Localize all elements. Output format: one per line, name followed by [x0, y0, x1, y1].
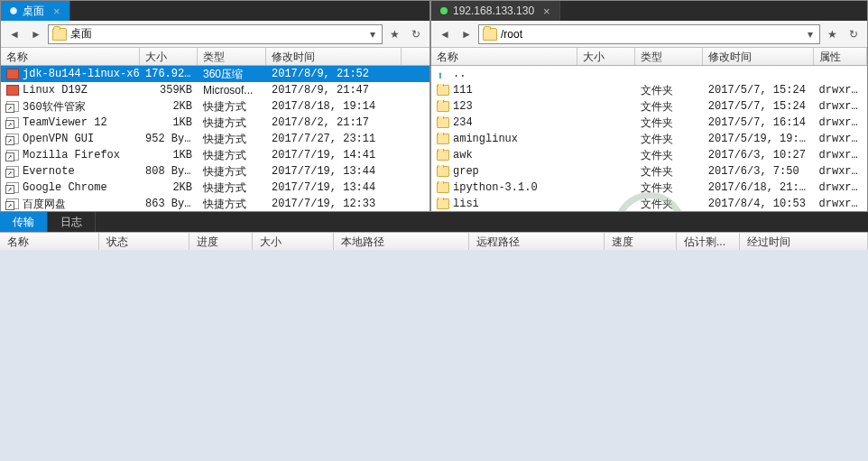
status-size[interactable]: 大小 — [253, 233, 334, 250]
local-address-bar[interactable]: ▾ — [48, 24, 383, 44]
col-name[interactable]: 名称 — [431, 48, 577, 65]
file-row[interactable]: awk文件夹2017/6/3, 10:27drwxr-xr-x — [431, 147, 867, 163]
file-row[interactable]: Linux D19Z359KBMicrosof...2017/8/9, 21:4… — [1, 82, 429, 98]
remote-file-list[interactable]: ..111文件夹2017/5/7, 15:24drwxrwxr-x123文件夹2… — [431, 66, 867, 211]
bookmark-button[interactable]: ★ — [822, 24, 842, 44]
file-row[interactable]: 360软件管家2KB快捷方式2017/8/18, 19:14 — [1, 98, 429, 115]
file-row[interactable]: grep文件夹2017/6/3, 7:50drwxr-xr-x — [431, 163, 867, 180]
file-mtime: 2017/7/27, 23:11 — [266, 133, 402, 145]
bookmark-button[interactable]: ★ — [384, 24, 404, 44]
local-path-input[interactable] — [70, 28, 367, 41]
close-icon[interactable]: × — [543, 5, 550, 18]
remote-address-bar[interactable]: ▾ — [478, 24, 820, 44]
file-name: lisi — [453, 198, 479, 210]
file-row[interactable]: Evernote808 Bytes快捷方式2017/7/19, 13:44 — [1, 163, 429, 180]
col-type[interactable]: 类型 — [635, 48, 703, 65]
tab-dot-icon — [10, 7, 17, 14]
file-row[interactable]: 百度网盘863 Bytes快捷方式2017/7/19, 12:33 — [1, 196, 429, 211]
file-attr: drwxr-xr-x — [814, 133, 867, 145]
file-mtime: 2017/7/19, 13:44 — [266, 165, 402, 178]
file-name: 123 — [453, 100, 473, 113]
col-attr[interactable]: 属性 — [814, 48, 867, 65]
back-button[interactable]: ◄ — [5, 24, 24, 44]
status-eta[interactable]: 估计剩... — [677, 233, 740, 250]
file-mtime: 2017/5/19, 19:39 — [703, 133, 814, 145]
file-mtime: 2017/5/7, 15:24 — [703, 84, 814, 97]
file-size: 1KB — [140, 116, 198, 129]
file-name: jdk-8u144-linux-x6... — [23, 68, 140, 80]
file-mtime: 2017/5/7, 16:14 — [703, 116, 814, 129]
file-name: Linux D19Z — [23, 84, 88, 97]
file-row[interactable]: 111文件夹2017/5/7, 15:24drwxrwxr-x — [431, 82, 867, 98]
col-mtime[interactable]: 修改时间 — [266, 48, 402, 65]
local-file-list[interactable]: jdk-8u144-linux-x6...176.92MB360压缩2017/8… — [1, 66, 429, 211]
file-attr: drwxr-xr-x — [814, 149, 867, 161]
file-name: aminglinux — [453, 133, 518, 145]
file-size: 359KB — [140, 84, 198, 97]
file-mtime: 2017/5/7, 15:24 — [703, 100, 814, 113]
file-row[interactable]: TeamViewer 121KB快捷方式2017/8/2, 21:17 — [1, 115, 429, 131]
folder-icon — [52, 28, 67, 41]
file-row[interactable]: .. — [431, 66, 867, 82]
file-row[interactable]: aminglinux文件夹2017/5/19, 19:39drwxr-xr-x — [431, 131, 867, 147]
col-mtime[interactable]: 修改时间 — [703, 48, 814, 65]
remote-column-header: 名称 大小 类型 修改时间 属性 — [431, 48, 867, 66]
file-row[interactable]: jdk-8u144-linux-x6...176.92MB360压缩2017/8… — [1, 66, 429, 82]
file-size: 176.92MB — [140, 68, 198, 80]
status-name[interactable]: 名称 — [0, 233, 99, 250]
file-attr: drwxr-xr-x — [814, 198, 867, 210]
local-tab-desktop[interactable]: 桌面 × — [1, 1, 70, 21]
forward-button[interactable]: ► — [26, 24, 46, 44]
file-row[interactable]: Google Chrome2KB快捷方式2017/7/19, 13:44 — [1, 180, 429, 196]
tab-transfer[interactable]: 传输 — [0, 212, 48, 232]
file-name: awk — [453, 149, 473, 161]
file-type: 快捷方式 — [198, 164, 266, 180]
close-icon[interactable]: × — [53, 5, 60, 18]
file-type: 文件夹 — [635, 164, 703, 180]
archive-icon — [6, 85, 19, 96]
col-type[interactable]: 类型 — [198, 48, 266, 65]
transfer-header: 名称 状态 进度 大小 本地路径 远程路径 速度 估计剩... 经过时间 — [0, 232, 868, 250]
file-size: 2KB — [140, 100, 198, 113]
status-speed[interactable]: 速度 — [605, 233, 677, 250]
shortcut-icon — [6, 182, 19, 193]
local-pane: 桌面 × ◄ ► ▾ ★ ↻ 名称 大小 类型 修改时间 — [0, 0, 430, 212]
refresh-button[interactable]: ↻ — [406, 24, 426, 44]
file-row[interactable]: Mozilla Firefox1KB快捷方式2017/7/19, 14:41 — [1, 147, 429, 163]
col-size[interactable]: 大小 — [577, 48, 634, 65]
file-row[interactable]: lisi文件夹2017/8/4, 10:53drwxr-xr-x — [431, 196, 867, 211]
file-row[interactable]: OpenVPN GUI952 Bytes快捷方式2017/7/27, 23:11 — [1, 131, 429, 147]
status-state[interactable]: 状态 — [99, 233, 189, 250]
file-row[interactable]: ipython-3.1.0文件夹2017/6/18, 21:09drwxr-xr… — [431, 180, 867, 196]
status-elapsed[interactable]: 经过时间 — [740, 233, 868, 250]
file-name: 234 — [453, 116, 473, 129]
col-size[interactable]: 大小 — [140, 48, 198, 65]
archive-icon — [6, 69, 19, 79]
folder-icon — [483, 28, 497, 41]
chevron-down-icon[interactable]: ▾ — [367, 28, 378, 41]
col-name[interactable]: 名称 — [1, 48, 140, 65]
status-progress[interactable]: 进度 — [189, 233, 253, 250]
remote-tab-label: 192.168.133.130 — [453, 5, 534, 17]
status-localpath[interactable]: 本地路径 — [334, 233, 469, 250]
file-name: Google Chrome — [23, 181, 107, 194]
tab-log[interactable]: 日志 — [48, 212, 96, 232]
local-toolbar: ◄ ► ▾ ★ ↻ — [1, 21, 429, 48]
chevron-down-icon[interactable]: ▾ — [805, 28, 816, 41]
file-attr: drwxrwxr-x — [814, 116, 867, 129]
file-row[interactable]: 123文件夹2017/5/7, 15:24drwxr-xr-x — [431, 98, 867, 115]
file-row[interactable]: 234文件夹2017/5/7, 16:14drwxrwxr-x — [431, 115, 867, 131]
status-remotepath[interactable]: 远程路径 — [469, 233, 605, 250]
file-type: 文件夹 — [635, 83, 703, 98]
remote-tab-host[interactable]: 192.168.133.130 × — [431, 1, 560, 21]
remote-pane: 192.168.133.130 × ◄ ► ▾ ★ ↻ 名称 大小 类型 修改 — [430, 0, 868, 212]
back-button[interactable]: ◄ — [435, 24, 455, 44]
folder-icon — [437, 101, 449, 112]
local-tabbar: 桌面 × — [1, 1, 429, 21]
refresh-button[interactable]: ↻ — [844, 24, 863, 44]
file-mtime: 2017/7/19, 14:41 — [266, 149, 402, 161]
forward-button[interactable]: ► — [457, 24, 476, 44]
remote-path-input[interactable] — [501, 28, 805, 41]
file-type: 文件夹 — [635, 132, 703, 147]
shortcut-icon — [6, 198, 19, 209]
